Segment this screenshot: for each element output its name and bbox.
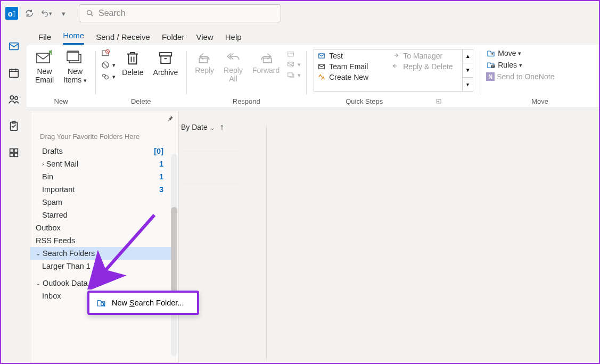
folder-row[interactable] xyxy=(30,272,171,277)
ribbon: New Email New Items ▾ New ▾ ▾ xyxy=(27,45,599,107)
svg-point-3 xyxy=(10,96,13,99)
menu-bar: File Home Send / Receive Folder View Hel… xyxy=(27,26,599,45)
qs-scroll-up[interactable]: ▲ xyxy=(463,49,473,63)
menu-view[interactable]: View xyxy=(196,32,213,45)
menu-file[interactable]: File xyxy=(38,32,51,45)
svg-point-28 xyxy=(101,303,104,305)
svg-point-0 xyxy=(87,11,92,15)
favorites-hint: Drag Your Favorite Folders Here xyxy=(30,111,178,145)
folder-label: RSS Feeds xyxy=(36,236,75,245)
qs-expand[interactable]: ▾ xyxy=(463,77,473,91)
sort-direction-icon[interactable]: ↑ xyxy=(220,122,224,132)
svg-rect-2 xyxy=(10,70,19,78)
qs-team-email[interactable]: Team Email xyxy=(317,62,385,71)
new-email-button[interactable]: New Email xyxy=(32,48,57,86)
reply-button[interactable]: Reply xyxy=(192,48,217,77)
folder-row[interactable]: Bin1 xyxy=(30,170,171,183)
svg-rect-7 xyxy=(14,149,18,152)
folder-label: Sent Mail xyxy=(46,160,78,168)
onenote-button[interactable]: NSend to OneNote xyxy=(486,72,554,81)
qs-create-new[interactable]: Create New xyxy=(317,73,385,81)
folder-row[interactable]: Drafts[0] xyxy=(30,145,171,158)
meeting-reply-button[interactable] xyxy=(286,50,301,57)
menu-home[interactable]: Home xyxy=(63,31,84,45)
svg-rect-24 xyxy=(288,73,292,77)
pin-icon[interactable] xyxy=(166,114,174,123)
context-menu: New Search Folder... xyxy=(87,291,199,315)
left-nav-rail xyxy=(1,26,27,363)
delete-button[interactable]: Delete xyxy=(119,48,146,79)
qs-scroll-down[interactable]: ▼ xyxy=(463,63,473,77)
move-button[interactable]: Move ▾ xyxy=(486,49,554,57)
folder-label: Drafts xyxy=(42,147,63,155)
folder-row[interactable]: Important3 xyxy=(30,183,171,196)
search-placeholder: Search xyxy=(98,9,126,18)
reply-all-button[interactable]: Reply All xyxy=(220,48,246,85)
folder-count: [0] xyxy=(154,147,163,155)
search-icon xyxy=(86,9,94,18)
svg-point-4 xyxy=(15,97,18,100)
folder-row[interactable]: ›Sent Mail1 xyxy=(30,158,171,170)
folder-label: Outlook Data File xyxy=(43,279,102,287)
rules-button[interactable]: Rules ▾ xyxy=(486,61,554,69)
folder-row[interactable]: RSS Feeds xyxy=(30,234,171,247)
new-items-button[interactable]: New Items ▾ xyxy=(60,48,90,86)
svg-rect-6 xyxy=(10,149,13,152)
svg-rect-8 xyxy=(10,153,13,156)
folder-label: Important xyxy=(42,185,75,194)
group-label-respond: Respond xyxy=(192,97,301,105)
qs-to-manager[interactable]: To Manager xyxy=(391,52,459,60)
chevron-down-icon: ⌄ xyxy=(210,125,215,131)
menu-help[interactable]: Help xyxy=(225,32,242,45)
folder-label: Larger Than 1 xyxy=(42,262,91,270)
archive-button[interactable]: Archive xyxy=(150,48,182,79)
ignore-button[interactable] xyxy=(101,49,116,57)
svg-point-17 xyxy=(105,76,109,79)
svg-rect-12 xyxy=(67,52,79,61)
menu-folder[interactable]: Folder xyxy=(162,32,185,45)
rail-apps-icon[interactable] xyxy=(8,147,20,159)
folder-count: 1 xyxy=(159,160,163,168)
outlook-logo-icon: o⃯ xyxy=(5,7,18,20)
qs-reply-delete[interactable]: Reply & Delete xyxy=(391,62,459,71)
undo-icon[interactable]: ▾ xyxy=(40,7,52,19)
folder-row[interactable]: ⌄Search Folders xyxy=(30,247,171,260)
rail-mail-icon[interactable] xyxy=(8,40,20,52)
quicksteps-launcher-icon[interactable]: ◱ xyxy=(436,97,441,105)
forward-button[interactable]: Forward xyxy=(249,48,283,77)
folder-tree: Drafts[0]›Sent Mail1Bin1Important3SpamSt… xyxy=(30,145,178,362)
chevron-right-icon: › xyxy=(42,161,44,167)
folder-row[interactable]: Outbox xyxy=(30,221,171,234)
qat-overflow-icon[interactable]: ▾ xyxy=(57,7,69,19)
qs-test[interactable]: Test xyxy=(317,52,385,60)
folder-count: 3 xyxy=(159,185,163,194)
folder-row[interactable]: Spam xyxy=(30,196,171,209)
folder-label: Spam xyxy=(42,198,62,206)
pane-divider[interactable] xyxy=(266,125,267,361)
sort-by-date[interactable]: By Date ⌄ xyxy=(181,123,215,131)
chevron-down-icon: ⌄ xyxy=(36,280,40,287)
folder-row[interactable]: Larger Than 1 xyxy=(30,260,171,272)
quick-steps-gallery[interactable]: Test Team Email Create New To Manager Re… xyxy=(314,49,473,92)
scrollbar-thumb[interactable] xyxy=(171,207,177,292)
rail-tasks-icon[interactable] xyxy=(8,120,20,132)
forward-im-button[interactable]: ▾ xyxy=(286,61,301,68)
more-respond-button[interactable]: ▾ xyxy=(286,71,301,79)
rail-people-icon[interactable] xyxy=(8,94,20,105)
rail-calendar-icon[interactable] xyxy=(8,67,20,79)
refresh-icon[interactable] xyxy=(23,7,35,19)
cleanup-button[interactable]: ▾ xyxy=(101,72,116,81)
folder-row[interactable]: Starred xyxy=(30,209,171,221)
search-input[interactable]: Search xyxy=(79,4,281,22)
svg-rect-9 xyxy=(14,153,18,156)
folder-pane: Drag Your Favorite Folders Here Drafts[0… xyxy=(30,111,179,363)
folder-row[interactable]: ⌄Outlook Data File xyxy=(30,277,171,289)
junk-button[interactable]: ▾ xyxy=(101,61,116,69)
ctx-new-search-folder[interactable]: New Search Folder... xyxy=(89,295,197,311)
menu-send-receive[interactable]: Send / Receive xyxy=(96,32,150,45)
search-folder-icon xyxy=(96,298,106,308)
folder-label: Bin xyxy=(42,172,53,181)
svg-rect-10 xyxy=(37,53,50,63)
svg-rect-19 xyxy=(161,56,170,63)
folder-label: Outbox xyxy=(36,224,61,232)
